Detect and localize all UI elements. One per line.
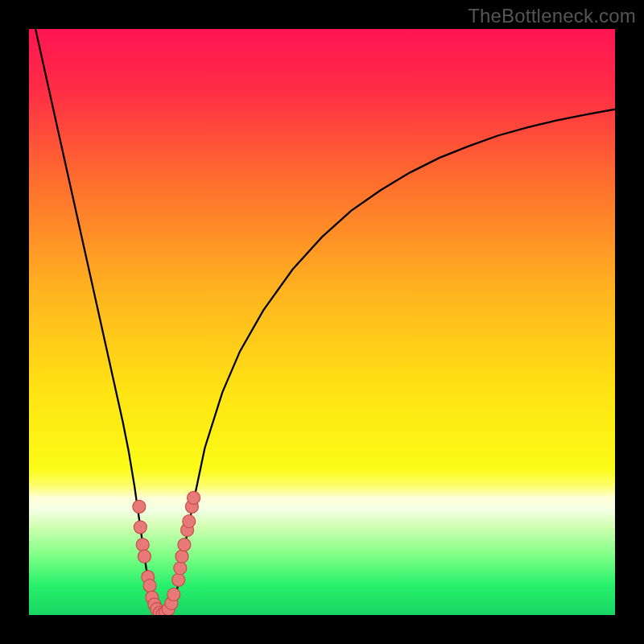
data-marker: [178, 539, 191, 551]
data-marker: [134, 521, 147, 534]
data-marker: [188, 491, 200, 504]
data-marker: [172, 573, 185, 586]
data-markers: [133, 491, 200, 615]
data-marker: [167, 588, 180, 601]
data-marker: [136, 539, 149, 551]
data-marker: [174, 562, 187, 575]
curve-layer: [29, 29, 615, 615]
watermark-text: TheBottleneck.com: [468, 5, 636, 27]
bottleneck-curve: [29, 29, 615, 615]
data-marker: [143, 580, 156, 592]
data-marker: [175, 550, 188, 563]
plot-area: [29, 29, 615, 615]
chart-frame: TheBottleneck.com: [0, 0, 644, 644]
data-marker: [138, 550, 151, 563]
data-marker: [133, 500, 146, 513]
data-marker: [183, 515, 196, 528]
